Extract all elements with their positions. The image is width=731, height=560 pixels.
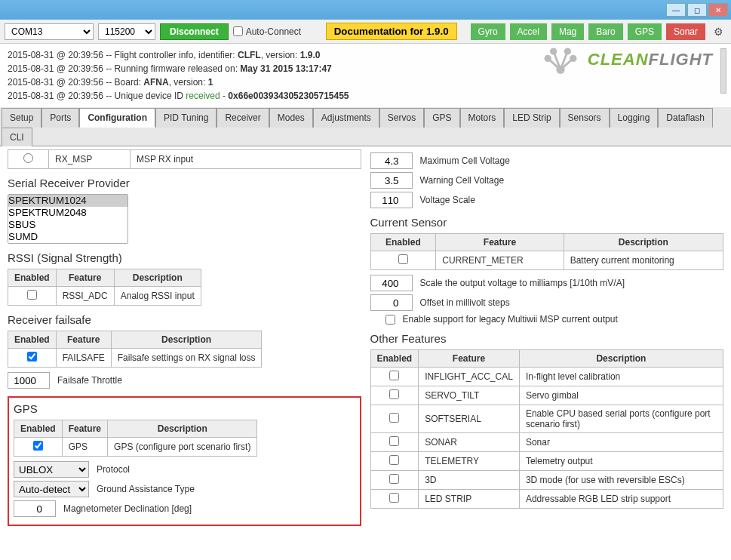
tab-motors[interactable]: Motors [460, 108, 505, 128]
tab-setup[interactable]: Setup [2, 108, 41, 128]
rssi-adc-checkbox[interactable] [27, 290, 37, 300]
brand-logo: CLEANFLIGHT [539, 47, 713, 78]
svg-point-1 [570, 55, 577, 62]
sensor-gyro: Gyro [471, 23, 505, 40]
mag-declination-input[interactable] [14, 500, 56, 517]
servo-tilt-checkbox[interactable] [389, 389, 399, 399]
rx-msp-radio[interactable] [23, 153, 33, 163]
auto-connect-checkbox[interactable] [233, 26, 243, 36]
rx-msp-desc: MSP RX input [131, 150, 361, 169]
other-features-title: Other Features [370, 332, 724, 345]
warn-cell-input[interactable] [370, 172, 413, 189]
svg-point-0 [545, 55, 551, 62]
table-row: TELEMETRYTelemetry output [370, 452, 723, 471]
sensor-baro: Baro [588, 23, 622, 40]
table-row: LED STRIPAddressable RGB LED strip suppo… [370, 490, 723, 509]
failsafe-throttle-label: Failsafe Throttle [57, 375, 122, 386]
window-minimize-button[interactable]: — [666, 3, 686, 17]
window-maximize-button[interactable]: ◻ [687, 3, 707, 17]
failsafe-checkbox[interactable] [27, 352, 37, 362]
main-tabs: Setup Ports Configuration PID Tuning Rec… [0, 107, 731, 146]
gear-icon[interactable]: ⚙ [710, 26, 726, 38]
documentation-button[interactable]: Documentation for 1.9.0 [326, 23, 457, 40]
current-scale-input[interactable] [370, 275, 413, 291]
tab-modes[interactable]: Modes [269, 108, 313, 128]
led-strip-checkbox[interactable] [389, 493, 399, 503]
current-scale-label: Scale the output voltage to milliamps [1… [420, 278, 625, 288]
sensor-accel: Accel [510, 23, 547, 40]
serial-provider-title: Serial Receiver Provider [8, 177, 361, 189]
tab-pid-tuning[interactable]: PID Tuning [155, 108, 217, 128]
baud-rate-select[interactable]: 115200 [98, 23, 155, 40]
sensor-sonar: Sonar [666, 23, 705, 40]
table-row: SERVO_TILTServo gimbal [370, 386, 723, 405]
current-offset-input[interactable] [370, 294, 413, 311]
gps-protocol-select[interactable]: UBLOX [14, 461, 89, 478]
auto-connect-text: Auto-Connect [246, 26, 301, 37]
voltage-scale-input[interactable] [370, 192, 413, 208]
left-column: RX_MSP MSP RX input Serial Receiver Prov… [8, 149, 361, 560]
tab-cli[interactable]: CLI [2, 128, 32, 146]
rssi-title: RSSI (Signal Strength) [8, 251, 361, 264]
log-scrollbar[interactable] [720, 48, 726, 94]
max-cell-label: Maximum Cell Voltage [420, 155, 510, 166]
table-row: INFLIGHT_ACC_CALIn-flight level calibrat… [370, 368, 723, 386]
table-row: 3D3D mode (for use with reversible ESCs) [370, 471, 723, 490]
table-row: RX_MSP MSP RX input [8, 150, 361, 169]
rx-msp-feature: RX_MSP [49, 150, 131, 169]
sensor-gps: GPS [628, 23, 662, 40]
tab-receiver[interactable]: Receiver [217, 108, 269, 128]
svg-point-4 [557, 66, 565, 74]
table-row: CURRENT_METER Battery current monitoring [370, 251, 723, 270]
com-port-select[interactable]: COM13 [5, 23, 94, 40]
tab-servos[interactable]: Servos [379, 108, 424, 128]
table-row: SOFTSERIALEnable CPU based serial ports … [370, 405, 723, 433]
sonar-checkbox[interactable] [389, 436, 399, 446]
warn-cell-label: Warning Cell Voltage [420, 175, 505, 186]
tab-sensors[interactable]: Sensors [560, 108, 610, 128]
serial-provider-listbox[interactable]: SPEKTRUM1024 SPEKTRUM2048 SBUS SUMD [8, 194, 128, 244]
3d-checkbox[interactable] [389, 474, 399, 484]
inflight-acc-cal-checkbox[interactable] [389, 371, 399, 380]
current-meter-checkbox[interactable] [398, 254, 408, 264]
svg-point-3 [564, 48, 571, 54]
tab-ports[interactable]: Ports [41, 108, 79, 128]
gps-assist-select[interactable]: Auto-detect [14, 481, 89, 497]
sensor-mag: Mag [551, 23, 584, 40]
svg-point-2 [550, 48, 557, 54]
auto-connect-label: Auto-Connect [233, 26, 301, 37]
gps-checkbox[interactable] [33, 441, 43, 451]
legacy-msp-label: Enable support for legacy Multiwii MSP c… [403, 314, 618, 325]
gps-title: GPS [14, 402, 355, 415]
disconnect-button[interactable]: Disconnect [160, 23, 229, 40]
tab-dataflash[interactable]: Dataflash [658, 108, 713, 128]
softserial-checkbox[interactable] [389, 413, 399, 423]
mag-declination-label: Magnetometer Declination [deg] [63, 503, 192, 514]
voltage-scale-label: Voltage Scale [420, 195, 475, 205]
current-sensor-title: Current Sensor [370, 216, 724, 229]
tab-led-strip[interactable]: LED Strip [504, 108, 559, 128]
current-offset-label: Offset in millivolt steps [420, 297, 510, 308]
legacy-msp-checkbox[interactable] [385, 315, 395, 325]
right-column: Maximum Cell Voltage Warning Cell Voltag… [370, 149, 724, 560]
table-row: GPS GPS (configure port scenario first) [14, 438, 257, 457]
table-row: FAILSAFE Failsafe settings on RX signal … [8, 349, 262, 368]
drone-icon [539, 48, 582, 78]
window-close-button[interactable]: ✕ [708, 3, 728, 17]
table-row: RSSI_ADC Analog RSSI input [8, 287, 201, 306]
failsafe-throttle-input[interactable] [8, 372, 50, 389]
gps-protocol-label: Protocol [97, 464, 130, 475]
max-cell-input[interactable] [370, 152, 413, 169]
tab-logging[interactable]: Logging [610, 108, 659, 128]
tab-configuration[interactable]: Configuration [79, 108, 155, 128]
telemetry-checkbox[interactable] [389, 455, 399, 465]
gps-assist-label: Ground Assistance Type [97, 484, 195, 494]
failsafe-title: Receiver failsafe [8, 313, 361, 326]
tab-adjustments[interactable]: Adjustments [313, 108, 379, 128]
log-panel: 2015-08-31 @ 20:39:56 -- Flight controll… [0, 44, 731, 107]
gps-section: GPS EnabledFeatureDescription GPS GPS (c… [8, 396, 361, 526]
tab-gps[interactable]: GPS [424, 108, 459, 128]
table-row: SONARSonar [370, 433, 723, 452]
